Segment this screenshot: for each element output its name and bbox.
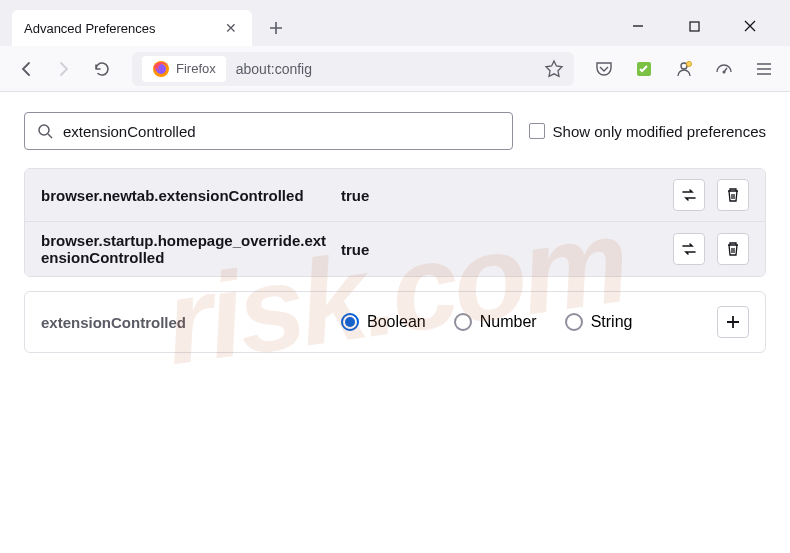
url-text: about:config [236, 61, 534, 77]
radio-string[interactable]: String [565, 313, 633, 331]
add-pref-row: extensionControlled Boolean Number Strin… [24, 291, 766, 353]
toolbar-icons [588, 53, 780, 85]
maximize-button[interactable] [678, 14, 710, 38]
pref-actions [673, 233, 749, 265]
close-window-button[interactable] [734, 14, 766, 38]
svg-point-5 [687, 61, 692, 66]
svg-point-7 [39, 125, 49, 135]
dashboard-icon[interactable] [708, 53, 740, 85]
show-modified-checkbox-label[interactable]: Show only modified preferences [529, 123, 766, 140]
radio-boolean[interactable]: Boolean [341, 313, 426, 331]
pref-name: browser.startup.homepage_override.extens… [41, 232, 341, 266]
navbar: Firefox about:config [0, 46, 790, 92]
minimize-button[interactable] [622, 14, 654, 38]
content: Show only modified preferences browser.n… [0, 92, 790, 373]
close-tab-icon[interactable]: ✕ [222, 19, 240, 37]
extension-icon[interactable] [628, 53, 660, 85]
radio-number[interactable]: Number [454, 313, 537, 331]
firefox-icon [152, 60, 170, 78]
delete-button[interactable] [717, 233, 749, 265]
new-tab-button[interactable] [260, 12, 292, 44]
bookmark-star-icon[interactable] [544, 59, 564, 79]
pref-name: browser.newtab.extensionControlled [41, 187, 341, 204]
identity-box[interactable]: Firefox [142, 56, 226, 82]
svg-point-6 [723, 70, 726, 73]
delete-button[interactable] [717, 179, 749, 211]
radio-button[interactable] [341, 313, 359, 331]
pref-value: true [341, 187, 673, 204]
pref-value: true [341, 241, 673, 258]
add-pref-name: extensionControlled [41, 314, 341, 331]
type-options: Boolean Number String [341, 313, 717, 331]
tab-title: Advanced Preferences [24, 21, 222, 36]
toggle-button[interactable] [673, 179, 705, 211]
menu-icon[interactable] [748, 53, 780, 85]
pref-actions [673, 179, 749, 211]
pref-row[interactable]: browser.startup.homepage_override.extens… [25, 222, 765, 276]
urlbar[interactable]: Firefox about:config [132, 52, 574, 86]
account-icon[interactable] [668, 53, 700, 85]
checkbox-text: Show only modified preferences [553, 123, 766, 140]
radio-button[interactable] [565, 313, 583, 331]
identity-label: Firefox [176, 61, 216, 76]
reload-button[interactable] [86, 53, 118, 85]
search-icon [37, 123, 53, 139]
back-button[interactable] [10, 53, 42, 85]
pocket-icon[interactable] [588, 53, 620, 85]
tab[interactable]: Advanced Preferences ✕ [12, 10, 252, 46]
pref-results: browser.newtab.extensionControlled true … [24, 168, 766, 277]
window-controls [622, 14, 782, 38]
show-modified-checkbox[interactable] [529, 123, 545, 139]
pref-row[interactable]: browser.newtab.extensionControlled true [25, 169, 765, 222]
search-box[interactable] [24, 112, 513, 150]
search-input[interactable] [63, 123, 500, 140]
toggle-button[interactable] [673, 233, 705, 265]
search-row: Show only modified preferences [24, 112, 766, 150]
svg-rect-0 [690, 22, 699, 31]
titlebar: Advanced Preferences ✕ [0, 0, 790, 46]
forward-button[interactable] [48, 53, 80, 85]
add-button[interactable] [717, 306, 749, 338]
radio-button[interactable] [454, 313, 472, 331]
